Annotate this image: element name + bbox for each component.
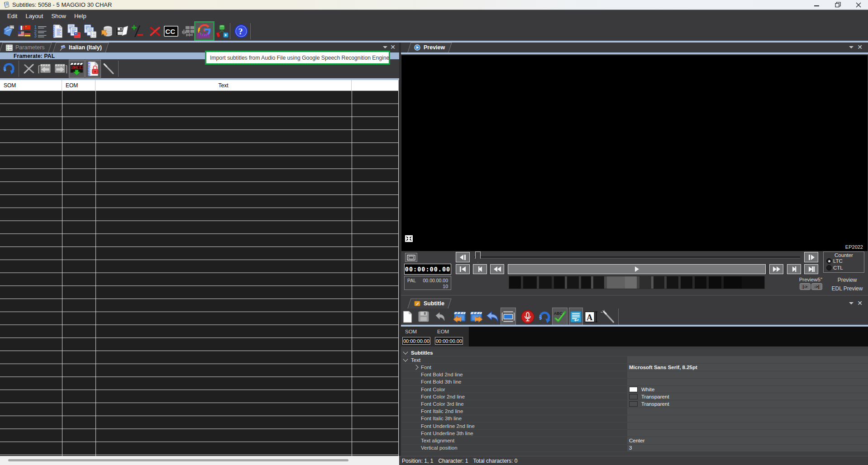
skip-to-end-button[interactable] bbox=[804, 264, 818, 274]
property-row-font-underline-3th-line[interactable]: Font Underline 3th line bbox=[401, 430, 868, 437]
property-value-cell[interactable] bbox=[627, 371, 868, 379]
spellcheck-abc-icon[interactable]: ABC bbox=[552, 308, 568, 326]
property-value-cell[interactable]: Microsoft Sans Serif, 8.25pt bbox=[627, 364, 868, 371]
property-value-cell[interactable]: Transparent bbox=[627, 400, 868, 408]
column-header-empty[interactable] bbox=[352, 80, 399, 91]
property-value-cell[interactable] bbox=[627, 349, 868, 356]
languages-flags-icon[interactable] bbox=[18, 22, 31, 40]
monitor-icon[interactable] bbox=[501, 308, 516, 326]
property-value-cell[interactable] bbox=[627, 379, 868, 386]
menu-help[interactable]: Help bbox=[70, 11, 91, 21]
property-value-cell[interactable] bbox=[627, 356, 868, 364]
property-row-font-bold-3th-line[interactable]: Font Bold 3th line bbox=[401, 379, 868, 386]
copy-subtitles-language-icon[interactable] bbox=[67, 22, 82, 40]
radio-ctl[interactable]: CTL bbox=[826, 265, 843, 270]
left-panel-menu-button[interactable] bbox=[383, 46, 387, 48]
preview-button[interactable]: Preview bbox=[829, 277, 865, 283]
property-value-cell[interactable] bbox=[627, 422, 868, 430]
delete-icon[interactable] bbox=[149, 22, 161, 40]
tab-parameters[interactable]: Parameters bbox=[1, 43, 50, 52]
google-speech-import-icon[interactable] bbox=[194, 21, 215, 41]
property-value-cell[interactable]: Center bbox=[627, 437, 868, 444]
preview-menu-button[interactable] bbox=[849, 46, 854, 48]
chevron-down-icon[interactable] bbox=[403, 349, 408, 354]
fit-screen-icon[interactable] bbox=[405, 235, 413, 242]
property-value-cell[interactable] bbox=[627, 430, 868, 437]
audio-window-icon[interactable] bbox=[181, 22, 195, 40]
left-panel-close-button[interactable]: ✕ bbox=[390, 44, 396, 50]
microphone-icon[interactable] bbox=[521, 308, 534, 326]
property-row-font-color[interactable]: Font ColorWhite bbox=[401, 386, 868, 393]
play-button[interactable] bbox=[508, 264, 766, 274]
add-remove-icon[interactable] bbox=[131, 22, 144, 40]
subtitle-menu-button[interactable] bbox=[849, 302, 854, 304]
database-import-icon[interactable] bbox=[100, 22, 113, 40]
step-forward-button[interactable] bbox=[804, 252, 818, 262]
horizontal-scrollbar[interactable] bbox=[0, 456, 399, 465]
fast-forward-button[interactable] bbox=[769, 264, 783, 274]
eom-input[interactable]: 00:00:00.00 bbox=[435, 337, 463, 345]
subtitle-close-button[interactable]: ✕ bbox=[857, 300, 863, 306]
menu-show[interactable]: Show bbox=[47, 11, 70, 21]
menu-edit[interactable]: Edit bbox=[3, 11, 21, 21]
numbered-list-icon[interactable]: 123 bbox=[33, 22, 48, 40]
google-doc-lock-icon[interactable]: GOOGLE bbox=[85, 60, 101, 78]
property-row-font-color-2nd-line[interactable]: Font Color 2nd lineTransparent bbox=[401, 393, 868, 400]
property-row-text-alignment[interactable]: Text alignmentCenter bbox=[401, 437, 868, 444]
save-as-icon[interactable] bbox=[115, 22, 129, 40]
restore-button[interactable] bbox=[828, 0, 848, 9]
edl-preview-button[interactable]: EDL Preview bbox=[825, 285, 868, 292]
chevron-right-icon[interactable] bbox=[413, 365, 418, 370]
property-row-font-bold-2nd-line[interactable]: Font Bold 2nd line bbox=[401, 371, 868, 379]
edl-tree-icon[interactable] bbox=[215, 22, 229, 40]
property-value-cell[interactable] bbox=[627, 408, 868, 415]
preview-close-button[interactable]: ✕ bbox=[857, 44, 863, 50]
close-button[interactable] bbox=[849, 0, 868, 9]
seek-slider-thumb[interactable] bbox=[475, 251, 481, 262]
timecode-display[interactable]: 00:00:00.00 bbox=[404, 264, 451, 275]
tab-italian-italy[interactable]: Italian (Italy) bbox=[54, 43, 107, 52]
wand2-icon[interactable] bbox=[600, 308, 615, 326]
new-document-icon[interactable] bbox=[402, 308, 413, 326]
clapper-arrow-right-icon[interactable] bbox=[470, 308, 483, 326]
som-input[interactable]: 00:00:00.00 bbox=[402, 337, 430, 345]
clapper-arrow-left-icon[interactable] bbox=[453, 308, 466, 326]
save-icon[interactable] bbox=[418, 308, 429, 326]
document-lines-icon[interactable] bbox=[569, 308, 583, 326]
column-header-som[interactable]: SOM bbox=[0, 80, 62, 91]
seek-slider-track[interactable] bbox=[474, 256, 800, 258]
radio-ltc[interactable]: LTC bbox=[826, 258, 843, 264]
property-row-font-underline-2nd-line[interactable]: Font Underline 2nd line bbox=[401, 422, 868, 430]
clapper-prev-icon[interactable] bbox=[38, 60, 52, 78]
preview-in-button[interactable]: |-> bbox=[800, 283, 811, 290]
property-row-text[interactable]: Text bbox=[401, 356, 868, 364]
rewind-button[interactable] bbox=[490, 264, 504, 274]
film-thumbnail-bar[interactable] bbox=[509, 276, 765, 289]
skip-to-start-button[interactable] bbox=[456, 264, 470, 274]
copy-subtitles-list-icon[interactable] bbox=[83, 22, 98, 40]
chevron-down-icon[interactable] bbox=[403, 356, 408, 361]
menu-layout[interactable]: Layout bbox=[21, 11, 47, 21]
clapper-next-icon[interactable] bbox=[54, 60, 67, 78]
property-row-font-italic-2nd-line[interactable]: Font Italic 2nd line bbox=[401, 408, 868, 415]
minimize-button[interactable] bbox=[806, 0, 827, 9]
refresh-blue-icon[interactable] bbox=[3, 60, 16, 78]
scrollbar-thumb[interactable] bbox=[8, 459, 348, 461]
tab-preview[interactable]: Preview bbox=[409, 43, 450, 52]
undo-gray-icon[interactable] bbox=[434, 308, 446, 326]
video-viewport[interactable]: EP2022 bbox=[401, 55, 868, 251]
property-value-cell[interactable]: Transparent bbox=[627, 393, 868, 400]
step-back-button[interactable] bbox=[456, 252, 470, 262]
property-row-font[interactable]: FontMicrosoft Sans Serif, 8.25pt bbox=[401, 364, 868, 371]
preview-out-button[interactable]: ->| bbox=[811, 283, 822, 290]
font-cursor-icon[interactable]: A bbox=[584, 308, 598, 326]
property-row-font-color-3rd-line[interactable]: Font Color 3rd lineTransparent bbox=[401, 400, 868, 408]
property-value-cell[interactable]: 3 bbox=[627, 445, 868, 452]
next-frame-button[interactable] bbox=[787, 264, 801, 274]
subtitle-document-icon[interactable]: GOOGLE bbox=[52, 22, 63, 40]
refresh-spiral-icon[interactable] bbox=[538, 308, 552, 326]
undo-blue-icon[interactable] bbox=[485, 308, 500, 326]
property-value-cell[interactable] bbox=[627, 415, 868, 422]
subtitle-table-grid[interactable] bbox=[0, 91, 399, 456]
column-header-text[interactable]: Text bbox=[95, 80, 352, 91]
